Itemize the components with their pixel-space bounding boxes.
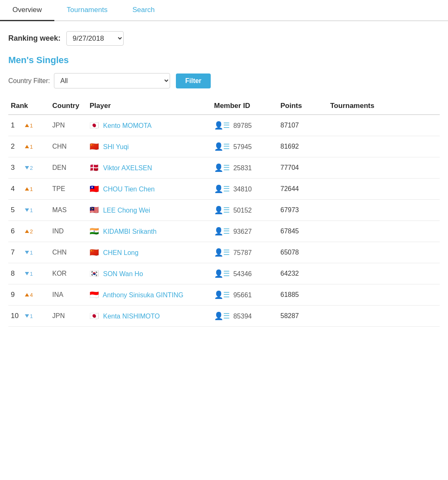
rank-change: 1	[25, 144, 33, 150]
member-icon: 👤☰	[214, 312, 230, 320]
rank-change: 1	[25, 250, 33, 256]
rank-cell: 5 1	[8, 200, 50, 221]
rank-cell: 8 1	[8, 263, 50, 284]
player-cell: 🇨🇳 CHEN Long	[87, 242, 212, 263]
player-name[interactable]: KIDAMBI Srikanth	[103, 228, 156, 235]
player-cell: 🇹🇼 CHOU Tien Chen	[87, 179, 212, 200]
ranking-week-label: Ranking week:	[8, 34, 61, 43]
member-icon: 👤☰	[214, 227, 230, 235]
player-name[interactable]: SON Wan Ho	[103, 270, 143, 277]
flag-icon: 🇨🇳	[90, 142, 99, 151]
filter-button[interactable]: Filter	[176, 73, 210, 88]
player-name[interactable]: Kenta NISHIMOTO	[103, 313, 160, 320]
arrow-down-icon	[25, 251, 29, 254]
table-row: 4 1 TPE 🇹🇼 CHOU Tien Chen 👤☰ 34810 72644	[8, 179, 440, 200]
arrow-up-icon	[25, 293, 29, 296]
memberid-cell: 👤☰ 93627	[212, 221, 278, 242]
member-icon: 👤☰	[214, 142, 230, 151]
table-row: 1 1 JPN 🇯🇵 Kento MOMOTA 👤☰ 89785 87107	[8, 115, 440, 136]
country-cell: CHN	[50, 136, 87, 157]
member-icon: 👤☰	[214, 291, 230, 299]
player-name[interactable]: CHEN Long	[103, 249, 138, 256]
rank-change: 1	[25, 186, 33, 192]
flag-icon: 🇹🇼	[90, 185, 99, 193]
country-cell: TPE	[50, 179, 87, 200]
country-cell: JPN	[50, 306, 87, 327]
memberid-cell: 👤☰ 85394	[212, 306, 278, 327]
memberid-cell: 👤☰ 50152	[212, 200, 278, 221]
rank-number: 10	[11, 312, 23, 320]
ranking-week-row: Ranking week: 9/27/2018	[8, 31, 440, 46]
memberid-cell: 👤☰ 34810	[212, 179, 278, 200]
points-cell: 87107	[278, 115, 328, 136]
rank-change: 2	[25, 228, 33, 235]
country-filter-select[interactable]: All	[54, 73, 170, 88]
country-filter-row: Country Filter: All Filter	[8, 73, 440, 88]
tournaments-cell	[328, 242, 440, 263]
tournaments-cell	[328, 221, 440, 242]
member-id-value: 54346	[233, 270, 252, 277]
rank-cell: 10 1	[8, 306, 50, 327]
member-id-value: 95661	[233, 291, 252, 299]
section-title: Men's Singles	[8, 55, 440, 66]
points-cell: 67845	[278, 221, 328, 242]
member-id-value: 25831	[233, 164, 252, 171]
country-cell: DEN	[50, 157, 87, 179]
memberid-cell: 👤☰ 54346	[212, 263, 278, 284]
player-name[interactable]: Anthony Sinisuka GINTING	[103, 291, 184, 299]
memberid-cell: 👤☰ 75787	[212, 242, 278, 263]
col-header-country: Country	[50, 98, 87, 115]
table-row: 2 1 CHN 🇨🇳 SHI Yuqi 👤☰ 57945 81692	[8, 136, 440, 157]
rank-number: 1	[11, 121, 23, 130]
member-icon: 👤☰	[214, 248, 230, 257]
tournaments-cell	[328, 115, 440, 136]
rank-change: 1	[25, 271, 33, 277]
member-icon: 👤☰	[214, 121, 230, 130]
tab-tournaments[interactable]: Tournaments	[54, 0, 120, 21]
memberid-cell: 👤☰ 25831	[212, 157, 278, 179]
rank-number: 5	[11, 206, 23, 214]
points-cell: 72644	[278, 179, 328, 200]
flag-icon: 🇲🇾	[90, 206, 99, 214]
member-id-value: 93627	[233, 228, 252, 235]
table-row: 5 1 MAS 🇲🇾 LEE Chong Wei 👤☰ 50152 67973	[8, 200, 440, 221]
table-row: 3 2 DEN 🇩🇰 Viktor AXELSEN 👤☰ 25831 77704	[8, 157, 440, 179]
tournaments-cell	[328, 306, 440, 327]
rank-change: 2	[25, 165, 33, 171]
flag-icon: 🇮🇩	[90, 291, 99, 299]
tournaments-cell	[328, 284, 440, 306]
rank-change: 1	[25, 122, 33, 129]
ranking-week-select[interactable]: 9/27/2018	[66, 31, 124, 46]
table-row: 9 4 INA 🇮🇩 Anthony Sinisuka GINTING 👤☰ 9…	[8, 284, 440, 306]
rank-number: 6	[11, 227, 23, 235]
tournaments-cell	[328, 200, 440, 221]
arrow-up-icon	[25, 145, 29, 148]
points-cell: 77704	[278, 157, 328, 179]
arrow-down-icon	[25, 314, 29, 318]
tournaments-cell	[328, 136, 440, 157]
player-name[interactable]: Viktor AXELSEN	[103, 164, 152, 171]
tab-overview[interactable]: Overview	[0, 0, 54, 21]
member-icon: 👤☰	[214, 269, 230, 278]
flag-icon: 🇨🇳	[90, 248, 99, 257]
memberid-cell: 👤☰ 95661	[212, 284, 278, 306]
player-cell: 🇮🇩 Anthony Sinisuka GINTING	[87, 284, 212, 306]
player-name[interactable]: SHI Yuqi	[103, 143, 129, 150]
player-name[interactable]: CHOU Tien Chen	[103, 186, 155, 193]
tab-search[interactable]: Search	[120, 0, 167, 21]
rank-change: 1	[25, 313, 33, 319]
rank-cell: 4 1	[8, 179, 50, 200]
points-cell: 64232	[278, 263, 328, 284]
flag-icon: 🇮🇳	[90, 227, 99, 235]
player-name[interactable]: LEE Chong Wei	[103, 207, 150, 214]
main-content: Ranking week: 9/27/2018 Men's Singles Co…	[0, 21, 448, 337]
flag-icon: 🇯🇵	[90, 312, 99, 320]
rank-number: 2	[11, 142, 23, 151]
member-id-value: 34810	[233, 186, 252, 193]
member-icon: 👤☰	[214, 185, 230, 193]
rank-number: 7	[11, 248, 23, 257]
rank-number: 4	[11, 185, 23, 193]
player-name[interactable]: Kento MOMOTA	[103, 122, 151, 129]
tournaments-cell	[328, 179, 440, 200]
col-header-rank: Rank	[8, 98, 50, 115]
